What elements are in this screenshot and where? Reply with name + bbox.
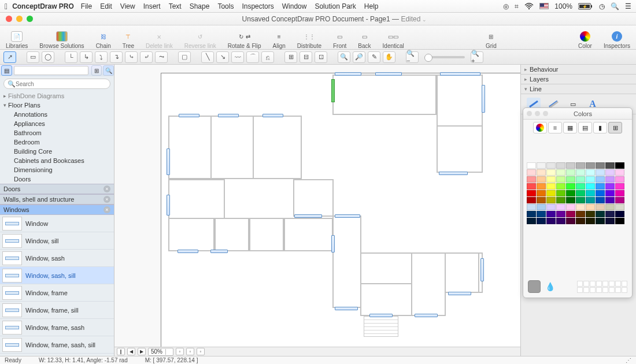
library-item[interactable]: Window, frame, sash bbox=[0, 319, 114, 336]
category-walls[interactable]: Walls, shell and structure× bbox=[0, 194, 114, 205]
tool-textbox[interactable]: ▢ bbox=[178, 51, 191, 63]
color-swatch[interactable] bbox=[556, 169, 565, 176]
tool-connector-2[interactable]: ↳ bbox=[80, 51, 93, 63]
color-swatch[interactable] bbox=[586, 183, 595, 190]
color-swatch[interactable] bbox=[537, 190, 546, 196]
toolbar-libraries[interactable]: 📄Libraries bbox=[6, 30, 28, 49]
color-tab-crayons[interactable]: ▮ bbox=[593, 122, 607, 133]
tool-group-1[interactable]: ⊞ bbox=[284, 51, 297, 63]
toolbar-inspectors[interactable]: iInspectors bbox=[604, 30, 630, 49]
color-swatch[interactable] bbox=[596, 204, 605, 210]
menu-window[interactable]: Window bbox=[282, 2, 307, 10]
color-swatch[interactable] bbox=[537, 211, 546, 217]
scroll-left-btn[interactable]: ◀ bbox=[127, 348, 135, 355]
library-item-selected[interactable]: Window, sash, sill bbox=[0, 267, 114, 284]
sidebar-tab-search[interactable]: 🔍 bbox=[103, 65, 114, 76]
color-swatch[interactable] bbox=[537, 218, 546, 224]
fullscreen-icon[interactable] bbox=[27, 16, 33, 22]
menu-shape[interactable]: Shape bbox=[190, 2, 210, 10]
color-swatch[interactable] bbox=[546, 183, 556, 190]
color-swatch[interactable] bbox=[596, 218, 605, 224]
color-swatch[interactable] bbox=[556, 211, 565, 217]
drawing-page[interactable] bbox=[161, 73, 520, 350]
tree-item[interactable]: Doors bbox=[0, 174, 114, 184]
menu-view[interactable]: View bbox=[120, 2, 135, 10]
tree-item[interactable]: Cabinets and Bookcases bbox=[0, 156, 114, 165]
zoom-in-button[interactable]: 🔍+ bbox=[471, 51, 483, 63]
zoom-out-button[interactable]: 🔍− bbox=[406, 51, 419, 63]
tool-arc[interactable]: ⌒ bbox=[246, 51, 259, 63]
library-item[interactable]: Window, sill bbox=[0, 232, 114, 250]
toolbar-rotate-flip[interactable]: ↻⇄Rotate & Flip bbox=[228, 30, 261, 49]
color-swatch[interactable] bbox=[615, 176, 624, 183]
color-tab-palette[interactable]: ▦ bbox=[563, 122, 577, 133]
library-item[interactable]: Window, sash bbox=[0, 250, 114, 267]
color-swatch[interactable] bbox=[586, 169, 595, 176]
color-swatch[interactable] bbox=[537, 183, 546, 190]
notification-center-icon[interactable]: ☰ bbox=[625, 2, 631, 10]
tool-hand[interactable]: ✋ bbox=[383, 51, 395, 63]
color-swatch[interactable] bbox=[586, 204, 595, 210]
color-swatch[interactable] bbox=[527, 169, 536, 176]
color-swatch[interactable] bbox=[537, 162, 546, 169]
menu-text[interactable]: Text bbox=[169, 2, 182, 10]
eyedropper-icon[interactable]: 💧 bbox=[545, 282, 555, 291]
color-swatch[interactable] bbox=[566, 176, 575, 183]
color-swatch[interactable] bbox=[586, 197, 595, 203]
color-swatch[interactable] bbox=[615, 183, 624, 190]
color-swatch[interactable] bbox=[615, 162, 624, 169]
color-swatch[interactable] bbox=[546, 190, 556, 196]
page-thumb[interactable]: ▫ bbox=[186, 348, 194, 355]
color-swatch[interactable] bbox=[546, 169, 556, 176]
tree-item[interactable]: Annotations bbox=[0, 110, 114, 119]
apple-menu-icon[interactable]:  bbox=[5, 2, 8, 11]
selected-color-swatch[interactable] bbox=[528, 280, 541, 293]
tool-group-2[interactable]: ⊟ bbox=[299, 51, 312, 63]
tool-arrow[interactable]: ↘ bbox=[216, 51, 229, 63]
tree-item[interactable]: FishDone Diagrams bbox=[0, 91, 114, 101]
color-swatch[interactable] bbox=[576, 218, 585, 224]
scroll-right-btn[interactable]: ▶ bbox=[138, 348, 146, 355]
toolbar-identical[interactable]: ▭▭Identical bbox=[383, 30, 404, 49]
color-tab-sliders[interactable]: ≡ bbox=[548, 122, 562, 133]
sidebar-tab-libs[interactable]: ▤ bbox=[1, 65, 12, 76]
color-swatch[interactable] bbox=[537, 176, 546, 183]
inspector-layers[interactable]: Layers bbox=[521, 75, 636, 84]
color-swatch[interactable] bbox=[527, 211, 536, 217]
category-windows[interactable]: Windows× bbox=[0, 205, 114, 215]
category-doors[interactable]: Doors× bbox=[0, 184, 114, 194]
tool-zoom-out[interactable]: 🔎 bbox=[353, 51, 365, 63]
library-item[interactable]: Window bbox=[0, 215, 114, 232]
color-swatch[interactable] bbox=[556, 204, 565, 210]
zoom-slider[interactable] bbox=[424, 56, 465, 58]
scroll-left-btn[interactable]: ‖ bbox=[117, 348, 125, 355]
tool-curve[interactable]: 〰 bbox=[231, 51, 244, 63]
color-swatch[interactable] bbox=[586, 218, 595, 224]
color-swatch[interactable] bbox=[576, 169, 585, 176]
colors-window[interactable]: Colors ≡ ▦ ▤ ▮ ⊞ 💧 bbox=[523, 107, 633, 298]
color-swatch[interactable] bbox=[605, 190, 615, 196]
color-swatch[interactable] bbox=[556, 162, 565, 169]
search-input[interactable] bbox=[16, 81, 106, 87]
tray-icon[interactable]: ◎ bbox=[503, 2, 509, 10]
menu-help[interactable]: Help bbox=[364, 2, 379, 10]
color-swatch[interactable] bbox=[566, 169, 575, 176]
tool-connector-7[interactable]: ⤳ bbox=[155, 51, 168, 63]
color-swatch[interactable] bbox=[527, 197, 536, 203]
zoom-select[interactable]: 50% bbox=[148, 348, 173, 356]
color-swatch[interactable] bbox=[527, 183, 536, 190]
color-swatch[interactable] bbox=[527, 190, 536, 196]
wifi-icon[interactable] bbox=[524, 3, 534, 10]
color-swatch[interactable] bbox=[537, 169, 546, 176]
tray-icon[interactable]: ◷ bbox=[599, 2, 605, 10]
color-swatch[interactable] bbox=[527, 176, 536, 183]
tree-item[interactable]: Building Core bbox=[0, 147, 114, 156]
color-swatch[interactable] bbox=[605, 211, 615, 217]
tree-item[interactable]: Appliances bbox=[0, 119, 114, 128]
color-grid[interactable] bbox=[523, 159, 632, 228]
color-swatch[interactable] bbox=[556, 183, 565, 190]
close-icon[interactable]: × bbox=[103, 196, 110, 203]
color-tab-wheel[interactable] bbox=[533, 122, 547, 133]
menu-inspectors[interactable]: Inspectors bbox=[242, 2, 273, 10]
close-icon[interactable] bbox=[527, 111, 532, 116]
